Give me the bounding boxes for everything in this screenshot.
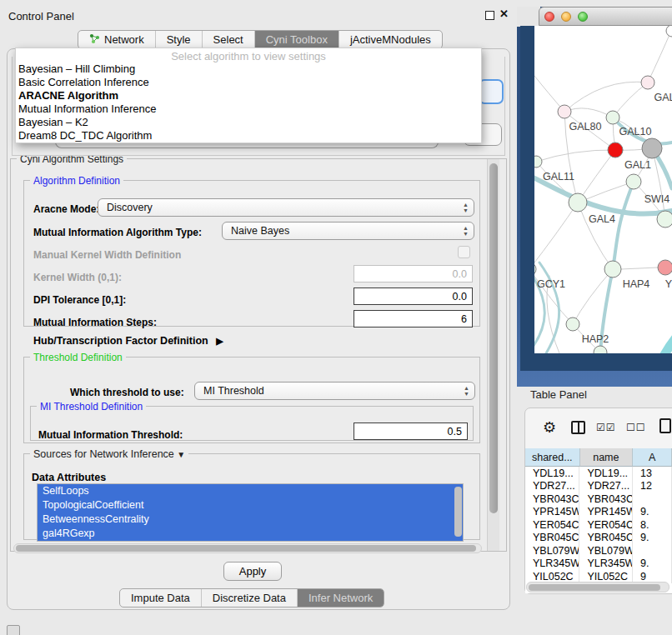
column-header[interactable]: A — [633, 448, 672, 467]
network-node-HAP4[interactable] — [604, 261, 621, 278]
dpi-tolerance-field[interactable]: 0.0 — [354, 288, 473, 305]
network-edge[interactable] — [621, 268, 658, 269]
network-node-GAL4[interactable] — [569, 193, 587, 212]
minimize-window-icon[interactable] — [561, 12, 571, 22]
attributes-list-scrollbar-thumb[interactable] — [454, 487, 462, 537]
algorithm-option[interactable]: Bayesian – Hill Climbing — [16, 62, 481, 76]
table-cell[interactable]: 12 — [633, 480, 672, 493]
close-panel-icon[interactable]: ✕ — [499, 8, 509, 20]
network-edge[interactable] — [578, 202, 613, 269]
table-cell[interactable] — [633, 544, 672, 558]
network-edge[interactable] — [536, 150, 615, 162]
table-cell[interactable]: YDL19... — [525, 467, 579, 480]
algorithm-option[interactable]: ARACNE Algorithm — [16, 89, 481, 102]
settings-scrollbar[interactable] — [487, 159, 499, 551]
settings-horizontal-scrollbar-thumb[interactable] — [16, 545, 476, 552]
settings-scrollbar-thumb[interactable] — [489, 163, 498, 513]
network-edge[interactable] — [613, 82, 648, 118]
table-cell[interactable]: YBR045C — [579, 532, 633, 545]
table-row[interactable]: YDL19...YDL19...13 — [525, 467, 672, 480]
settings-horizontal-scrollbar[interactable] — [13, 543, 482, 553]
table-cell[interactable]: 9. — [633, 532, 672, 545]
hidden-focused-combo[interactable] — [479, 79, 504, 104]
apply-button[interactable]: Apply — [223, 562, 282, 581]
table-cell[interactable]: YDR27... — [579, 480, 633, 493]
network-node-GAL80[interactable] — [558, 105, 571, 118]
network-edge[interactable] — [534, 269, 573, 324]
table-cell[interactable]: 9. — [633, 506, 672, 519]
table-cell[interactable]: YDL19... — [579, 467, 633, 480]
network-node-gal-top[interactable] — [641, 76, 654, 89]
network-graph[interactable]: GALGAL80GAL10GAL1GAL11SWI4GAL4GCY1HAP4YH… — [534, 26, 672, 353]
network-edge[interactable] — [564, 82, 648, 112]
tab-discretize-data[interactable]: Discretize Data — [201, 589, 297, 607]
table-cell[interactable]: YER054C — [525, 518, 579, 532]
tab-select[interactable]: Select — [202, 31, 254, 48]
algorithm-option[interactable]: Dream8 DC_TDC Algorithm — [16, 129, 481, 142]
tab-infer-network[interactable]: Infer Network — [297, 589, 384, 607]
table-cell[interactable]: YPR145W — [579, 506, 633, 519]
kernel-width-field[interactable]: 0.0 — [354, 265, 473, 282]
network-node-green-right[interactable] — [657, 211, 672, 228]
network-node-salmon-right[interactable] — [658, 260, 672, 275]
table-cell[interactable]: 8. — [633, 518, 672, 532]
table-cell[interactable]: YLR345W — [579, 558, 633, 571]
attribute-list-item[interactable]: SelfLoops — [38, 484, 463, 498]
network-node-bottom-cut[interactable] — [594, 346, 607, 353]
table-cell[interactable]: YBR045C — [525, 532, 579, 545]
algorithm-option[interactable]: Mutual Information Inference — [16, 102, 481, 116]
aracne-mode-combo[interactable]: Discovery ▲▼ — [98, 198, 474, 217]
manual-kernel-checkbox[interactable] — [458, 246, 470, 258]
table-row[interactable]: YBL079WYBL079W — [525, 544, 672, 558]
algorithm-option[interactable]: Basic Correlation Inference — [16, 76, 481, 89]
table-cell[interactable]: YLR345W — [525, 558, 579, 571]
table-row[interactable]: YER054CYER054C8. — [525, 518, 672, 532]
hub-definition-toggle[interactable]: Hub/Transcription Factor Definition ▶ — [33, 335, 223, 347]
table-cell[interactable]: YDR27... — [525, 480, 579, 493]
attribute-list-item[interactable]: BetweennessCentrality — [38, 512, 463, 527]
collapsed-arrow-icon[interactable]: ▶ — [216, 336, 223, 346]
table-cell[interactable]: 9. — [633, 558, 672, 571]
network-canvas[interactable]: GALGAL80GAL10GAL1GAL11SWI4GAL4GCY1HAP4YH… — [534, 26, 672, 353]
network-edge[interactable] — [539, 262, 559, 353]
checked-boxes-icon[interactable]: ☑☑ — [596, 422, 616, 433]
network-edge[interactable] — [659, 324, 672, 353]
table-row[interactable]: YDR27...YDR27...12 — [525, 480, 672, 493]
tab-jactivemnodules[interactable]: jActiveMNodules — [339, 31, 442, 48]
network-node-HAP2[interactable] — [566, 318, 579, 331]
table-cell[interactable]: YBR043C — [579, 492, 633, 506]
network-node-SWI4[interactable] — [626, 174, 641, 189]
network-edge[interactable] — [648, 31, 671, 82]
table-cell[interactable]: YBL079W — [525, 544, 579, 558]
table-row[interactable]: YBR043CYBR043C — [525, 492, 672, 506]
close-window-icon[interactable] — [544, 12, 554, 22]
document-icon[interactable] — [659, 418, 671, 433]
table-horizontal-scrollbar[interactable] — [526, 582, 669, 592]
network-edge[interactable] — [534, 202, 578, 269]
column-header[interactable]: shared... — [525, 448, 580, 467]
tab-cyni-toolbox[interactable]: Cyni Toolbox — [254, 31, 339, 48]
gear-icon[interactable]: ⚙ — [543, 418, 556, 437]
minimized-panel-icon[interactable] — [7, 625, 20, 635]
float-panel-icon[interactable] — [485, 11, 494, 20]
maximize-window-icon[interactable] — [578, 12, 588, 22]
network-node-GCY1[interactable] — [534, 262, 536, 276]
mi-type-combo[interactable]: Naive Bayes ▲▼ — [222, 222, 474, 240]
table-cell[interactable]: YBL079W — [579, 544, 633, 558]
column-header[interactable]: name — [580, 448, 634, 467]
network-node-GAL1[interactable] — [608, 142, 623, 158]
table-horizontal-scrollbar-thumb[interactable] — [529, 584, 660, 591]
attribute-list-item[interactable]: gal4RGexp — [38, 527, 463, 541]
table-cell[interactable]: YBR043C — [525, 492, 579, 506]
table-cell[interactable]: YPR145W — [525, 506, 579, 519]
network-edge[interactable] — [564, 108, 613, 118]
columns-icon[interactable] — [571, 421, 585, 434]
table-row[interactable]: YLR345WYLR345W9. — [525, 558, 672, 571]
tab-impute-data[interactable]: Impute Data — [120, 589, 201, 607]
table-row[interactable]: YPR145WYPR145W9. — [525, 506, 672, 519]
expanded-arrow-icon[interactable]: ▼ — [177, 450, 185, 459]
mi-steps-field[interactable]: 6 — [354, 310, 473, 328]
sources-group-title[interactable]: Sources for Network Inference ▼ — [30, 448, 188, 460]
algorithm-option[interactable]: Bayesian – K2 — [16, 116, 481, 129]
table-cell[interactable]: YER054C — [579, 518, 633, 532]
